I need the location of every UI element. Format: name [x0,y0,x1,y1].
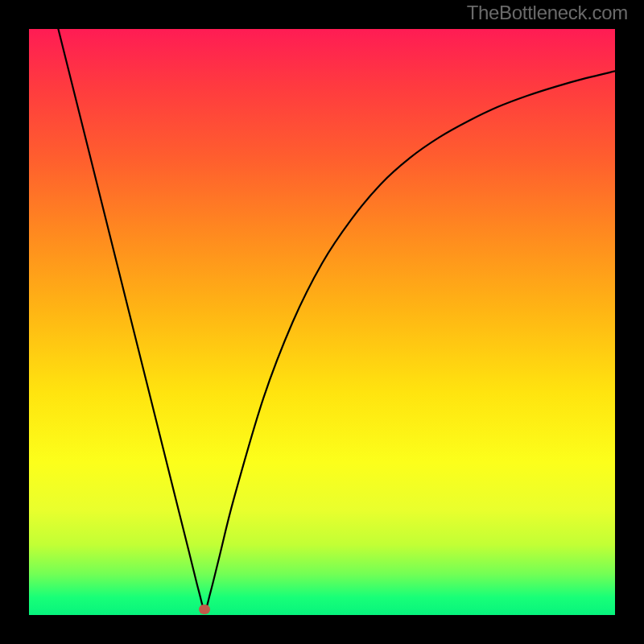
minimum-marker [199,605,210,614]
watermark-label: TheBottleneck.com [467,2,628,24]
chart-frame: TheBottleneck.com [0,0,644,644]
bottleneck-curve [29,29,615,615]
plot-area [29,29,615,615]
